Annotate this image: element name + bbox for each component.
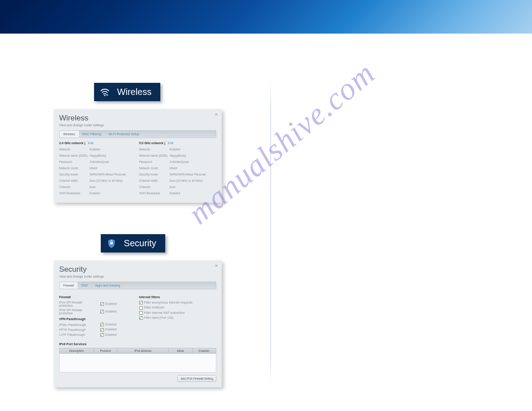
checkbox[interactable] xyxy=(139,311,143,315)
wifi-icon xyxy=(99,87,110,98)
add-ipv6-button[interactable]: Add IPv6 Firewall Setting xyxy=(177,375,216,382)
checkbox[interactable] xyxy=(100,310,104,313)
checkbox[interactable] xyxy=(100,328,104,332)
top-banner xyxy=(0,0,532,34)
col-filters: Internet filters Filter anonymous Intern… xyxy=(139,293,217,338)
tab-firewall[interactable]: Firewall xyxy=(60,282,77,289)
wireless-panel-sub: View and change router settings xyxy=(59,124,216,127)
checkbox[interactable] xyxy=(139,306,143,310)
tab-mac-filtering[interactable]: MAC Filtering xyxy=(79,131,105,137)
vpn-title: VPN Passthrough xyxy=(59,317,137,321)
ipv6-title: IPv6 Port Services xyxy=(59,342,216,346)
wireless-section-tab: Wireless xyxy=(94,83,160,101)
tab-dmz[interactable]: DMZ xyxy=(77,282,91,289)
col-24ghz: 2.4 GHz network | Edit Network:Enabled N… xyxy=(59,141,137,198)
security-panel: ✕ Security View and change router settin… xyxy=(54,261,222,387)
header-50ghz: 5.0 GHz network xyxy=(139,141,163,145)
svg-rect-2 xyxy=(110,242,113,244)
wireless-panel: ✕ Wireless View and change router settin… xyxy=(54,109,222,203)
wireless-tab-label: Wireless xyxy=(117,87,152,97)
close-icon[interactable]: ✕ xyxy=(215,112,218,117)
filters-title: Internet filters xyxy=(139,295,217,299)
security-tab-label: Security xyxy=(124,239,156,248)
edit-50ghz[interactable]: Edit xyxy=(168,141,173,145)
col-50ghz: 5.0 GHz network | Edit Network:Enabled N… xyxy=(139,141,217,198)
edit-24ghz[interactable]: Edit xyxy=(88,141,93,145)
ipv6-table-body xyxy=(59,354,216,372)
wireless-tab-row: Wireless MAC Filtering Wi-Fi Protected S… xyxy=(59,130,216,138)
checkbox[interactable] xyxy=(100,302,104,306)
checkbox[interactable] xyxy=(100,323,104,326)
checkbox[interactable] xyxy=(139,316,143,320)
checkbox[interactable] xyxy=(139,301,143,304)
ipv6-table-header: Description Protocol IPv6 Address Allow … xyxy=(59,348,216,354)
col-firewall-vpn: Firewall IPv4 SPI firewall protectionEna… xyxy=(59,293,137,338)
shield-icon xyxy=(106,238,117,249)
tab-apps-gaming[interactable]: Apps and Gaming xyxy=(91,282,124,289)
header-24ghz: 2.4 GHz network xyxy=(59,141,83,145)
tab-wps[interactable]: Wi-Fi Protected Setup xyxy=(105,131,142,137)
security-panel-title: Security xyxy=(59,265,216,274)
wireless-panel-title: Wireless xyxy=(59,114,216,123)
checkbox[interactable] xyxy=(100,333,104,337)
close-icon[interactable]: ✕ xyxy=(215,263,218,268)
tab-wireless[interactable]: Wireless xyxy=(60,131,79,137)
security-tab-row: Firewall DMZ Apps and Gaming xyxy=(59,282,216,289)
svg-point-0 xyxy=(104,95,106,96)
security-section-tab: Security xyxy=(101,234,165,253)
security-panel-sub: View and change router settings xyxy=(59,275,216,278)
firewall-title: Firewall xyxy=(59,295,137,299)
